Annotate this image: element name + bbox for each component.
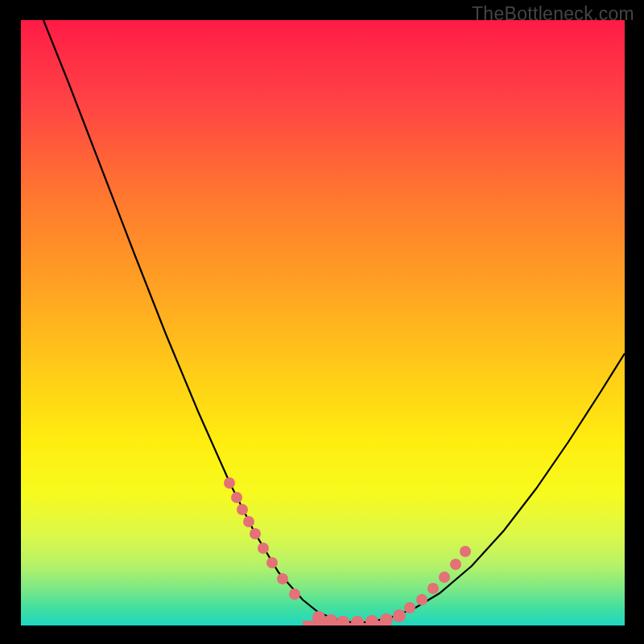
marker-dot <box>336 616 349 625</box>
marker-dot <box>351 616 364 625</box>
marker-dot <box>393 609 406 622</box>
marker-dot <box>416 594 427 605</box>
marker-dot <box>365 615 378 625</box>
bottleneck-curve <box>43 20 625 622</box>
marker-dot <box>380 613 393 625</box>
marker-dot <box>231 492 242 503</box>
marker-dot <box>250 528 261 539</box>
chart-frame: TheBottleneck.com <box>0 0 644 644</box>
plot-area <box>21 20 625 625</box>
marker-dot <box>450 559 461 570</box>
marker-dot <box>224 477 235 489</box>
marker-dot <box>460 546 471 557</box>
chart-svg <box>21 20 625 625</box>
marker-dot <box>266 557 278 568</box>
marker-dot <box>258 543 269 554</box>
marker-dot <box>427 583 439 594</box>
marker-dot <box>439 572 450 583</box>
marker-dot <box>312 611 325 624</box>
marker-dot <box>289 588 300 600</box>
marker-dot <box>277 573 288 584</box>
marker-dot <box>237 504 248 515</box>
marker-dot <box>243 516 254 527</box>
marker-dot <box>404 602 415 613</box>
